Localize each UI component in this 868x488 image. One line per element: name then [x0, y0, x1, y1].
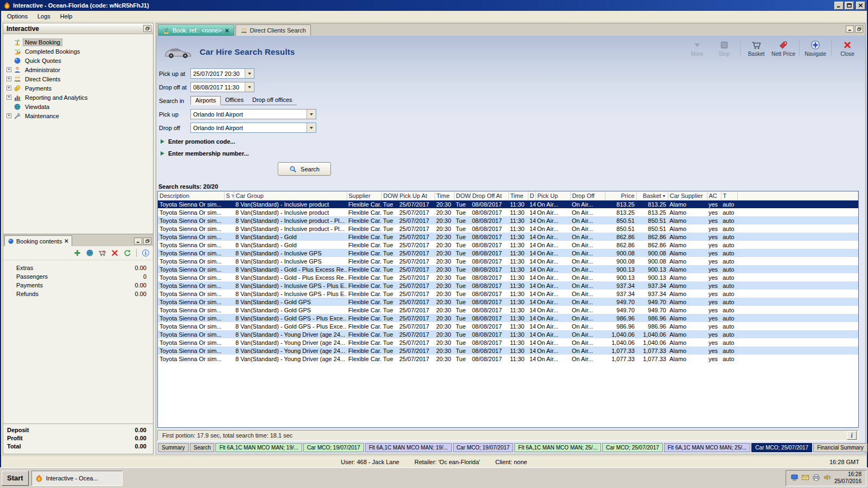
expand-plus-icon[interactable]: + [7, 95, 11, 100]
column-header-price[interactable]: Price [605, 191, 636, 200]
expand-plus-icon[interactable]: + [7, 113, 11, 118]
taskbar-app-button[interactable]: Interactive - Ocea... [31, 471, 123, 486]
result-row[interactable]: Toyota Sienna Or sim...8 Van(Standard) -… [158, 290, 858, 298]
info-button[interactable] [141, 248, 150, 258]
column-header-supplier[interactable]: Supplier [347, 191, 381, 200]
sidebar-item-quick-quotes[interactable]: Quick Quotes [7, 56, 153, 65]
result-row[interactable]: Toyota Sienna Or sim...8 Van(Standard) -… [158, 298, 858, 306]
column-header-dropoff-time[interactable]: Time [508, 191, 528, 200]
menu-item-logs[interactable]: Logs [33, 12, 55, 21]
dropoff-location-dropdown-icon[interactable] [307, 123, 316, 132]
sidebar-item-administrator[interactable]: +Administrator [7, 65, 153, 74]
bottom-tab-car-mco-25-07-2017-9[interactable]: Car MCO; 25/07/2017 [751, 443, 812, 452]
column-header-pickup-time[interactable]: Time [435, 191, 454, 200]
menu-item-options[interactable]: Options [2, 12, 33, 21]
navigate-button[interactable]: Navigate [802, 38, 829, 57]
info-button[interactable]: i [847, 431, 857, 440]
add-button[interactable] [73, 248, 82, 258]
result-row[interactable]: Toyota Sienna Or sim...8 Van(Standard) -… [158, 249, 858, 257]
globe-small-button[interactable] [85, 248, 94, 258]
search-in-tab-offices[interactable]: Offices [221, 96, 248, 105]
booking-tab-close-icon[interactable] [64, 239, 69, 243]
expand-plus-icon[interactable]: + [7, 67, 11, 72]
bottom-tab-flt-6a-1c-man-mco-man-25-8[interactable]: Flt 6A,1C MAN MCO MAN; 25/... [664, 443, 751, 452]
column-header-dropoff-date[interactable]: Drop Off At [470, 191, 508, 200]
result-row[interactable]: Toyota Sienna Or sim...8 Van(Standard) -… [158, 273, 858, 281]
basket-button[interactable]: Basket [743, 38, 770, 57]
column-header-pickup-location[interactable]: Pick Up [535, 191, 570, 200]
tab-close-icon[interactable] [225, 28, 229, 33]
minimize-button[interactable] [834, 2, 844, 10]
pickup-at-dropdown-icon[interactable] [245, 69, 254, 78]
pickup-at-combo[interactable]: 25/07/2017 20:30 [190, 68, 254, 79]
column-header-dropoff-location[interactable]: Drop Off [570, 191, 605, 200]
sidebar-collapse-button[interactable] [143, 25, 151, 32]
start-button[interactable]: Start [2, 471, 29, 486]
column-header-days[interactable]: D [528, 191, 535, 200]
document-tab-book-ref-none[interactable]: Book. ref.: <none> [158, 24, 234, 36]
result-row[interactable]: Toyota Sienna Or sim...8 Van(Standard) -… [158, 216, 858, 224]
expand-plus-icon[interactable]: + [7, 86, 11, 91]
result-row[interactable]: Toyota Sienna Or sim...8 Van(Standard) -… [158, 346, 858, 355]
close-button[interactable]: Close [834, 38, 861, 57]
pickup-location-combo[interactable]: Orlando Intl Airport [190, 109, 316, 119]
menu-item-help[interactable]: Help [55, 12, 78, 21]
bottom-tab-car-mco-19-07-2017-3[interactable]: Car MCO; 19/07/2017 [303, 443, 364, 452]
result-row[interactable]: Toyota Sienna Or sim...8 Van(Standard) -… [158, 306, 858, 314]
search-button[interactable]: Search [278, 162, 331, 176]
document-tab-direct-clients-search[interactable]: Direct Clients Search [235, 24, 311, 36]
dropoff-at-combo[interactable]: 08/08/2017 11:30 [190, 82, 254, 92]
result-row[interactable]: Toyota Sienna Or sim...8 Van(Standard) -… [158, 257, 858, 265]
result-row[interactable]: Toyota Sienna Or sim...8 Van(Standard) -… [158, 338, 858, 346]
result-row[interactable]: Toyota Sienna Or sim...8 Van(Standard) -… [158, 224, 858, 233]
bottom-tab-flt-6a-1c-man-mco-man-19-4[interactable]: Flt 6A,1C MAN MCO MAN; 19/... [365, 443, 452, 452]
close-button[interactable] [856, 2, 865, 10]
promotion-code-expander[interactable]: Enter promotion code... [161, 138, 235, 145]
column-header-car-supplier[interactable]: Car Supplier [668, 191, 707, 200]
bottom-tab-search-1[interactable]: Search [190, 443, 215, 452]
column-header-pickup-date[interactable]: Pick Up At [398, 191, 435, 200]
dropoff-location-combo[interactable]: Orlando Intl Airport [190, 123, 316, 133]
tray-mail-icon[interactable] [801, 473, 809, 483]
nett-price-button[interactable]: Nett Price [770, 38, 797, 57]
sidebar-item-payments[interactable]: +Payments [7, 84, 153, 93]
dropoff-at-dropdown-icon[interactable] [245, 82, 254, 92]
column-header-dow-dropoff[interactable]: DOW [454, 191, 470, 200]
result-row[interactable]: Toyota Sienna Or sim...8 Van(Standard) -… [158, 265, 858, 273]
column-header-transmission[interactable]: T [721, 191, 737, 200]
result-row[interactable]: Toyota Sienna Or sim...8 Van(Standard) -… [158, 233, 858, 241]
sidebar-item-completed-bookings[interactable]: Completed Bookings [7, 47, 153, 56]
result-row[interactable]: Toyota Sienna Or sim...8 Van(Standard) -… [158, 322, 858, 330]
booking-restore-button[interactable] [143, 237, 151, 245]
delete-button[interactable] [110, 248, 119, 258]
sidebar-item-direct-clients[interactable]: +Direct Clients [7, 74, 153, 84]
tray-display-icon[interactable] [790, 473, 799, 483]
pickup-location-dropdown-icon[interactable] [307, 110, 316, 119]
bottom-tab-car-mco-19-07-2017-5[interactable]: Car MCO; 19/07/2017 [453, 443, 514, 452]
membership-number-expander[interactable]: Enter membership number... [161, 150, 249, 157]
column-header-description[interactable]: Description [158, 191, 224, 200]
document-restore-button[interactable] [855, 25, 863, 33]
search-in-tab-airports[interactable]: Airports [190, 96, 221, 105]
column-header-dow-pickup[interactable]: DOW [381, 191, 398, 200]
search-in-tab-drop-off-offices[interactable]: Drop off offices [248, 96, 297, 105]
refresh-button[interactable] [123, 248, 132, 258]
result-row[interactable]: Toyota Sienna Or sim...8 Van(Standard) -… [158, 208, 858, 216]
tray-volume-icon[interactable] [823, 473, 831, 483]
sidebar-item-reporting-and-analytics[interactable]: +Reporting and Analytics [7, 93, 153, 102]
result-row[interactable]: Toyota Sienna Or sim...8 Van(Standard) -… [158, 281, 858, 290]
result-row[interactable]: Toyota Sienna Or sim...8 Van(Standard) -… [158, 330, 858, 338]
column-header-basket[interactable]: Basket▼ [636, 191, 668, 200]
expand-plus-icon[interactable]: + [7, 76, 11, 81]
sidebar-item-maintenance[interactable]: +Maintenance [7, 111, 153, 120]
bottom-tab-car-mco-25-07-2017-7[interactable]: Car MCO; 25/07/2017 [602, 443, 663, 452]
booking-minimize-button[interactable] [134, 237, 142, 245]
sidebar-item-new-booking[interactable]: New Booking [7, 37, 153, 47]
sidebar-item-viewdata[interactable]: Viewdata [7, 102, 153, 111]
column-header-car-group[interactable]: Car Group [234, 191, 347, 200]
document-minimize-button[interactable] [846, 25, 854, 33]
result-row[interactable]: Toyota Sienna Or sim...8 Van(Standard) -… [158, 314, 858, 322]
booking-contents-tab[interactable]: Booking contents [4, 235, 72, 246]
bottom-tab-flt-6a-1c-man-mco-man-19-2[interactable]: Flt 6A,1C MAN MCO MAN; 19/... [215, 443, 302, 452]
bottom-tab-financial-summary-10[interactable]: Financial Summary [813, 443, 867, 452]
